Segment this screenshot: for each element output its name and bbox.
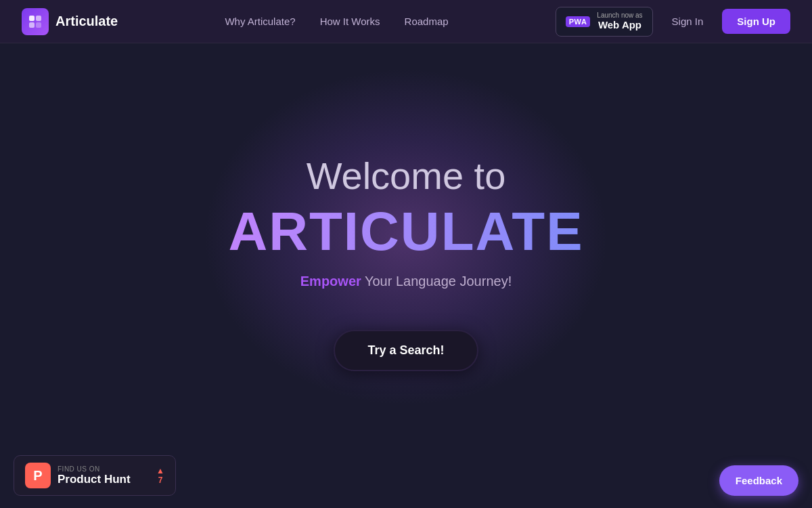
hero-welcome-text: Welcome to xyxy=(307,153,506,198)
try-search-button[interactable]: Try a Search! xyxy=(334,330,478,371)
nav-links: Why Articulate? How It Works Roadmap xyxy=(225,16,448,27)
hero-section: Welcome to ARTICULATE Empower Your Langu… xyxy=(0,43,812,508)
product-hunt-count: 7 xyxy=(158,475,163,485)
signin-button[interactable]: Sign In xyxy=(661,10,715,33)
nav-actions: PWA Launch now as Web App Sign In Sign U… xyxy=(556,7,790,37)
product-hunt-votes: ▲ 7 xyxy=(156,466,164,485)
logo-icon xyxy=(22,8,49,35)
hero-title: ARTICULATE xyxy=(228,202,583,261)
signup-button[interactable]: Sign Up xyxy=(722,9,790,34)
navbar: Articulate Why Articulate? How It Works … xyxy=(0,0,812,43)
product-hunt-icon: P xyxy=(25,463,51,488)
feedback-button[interactable]: Feedback xyxy=(719,465,798,496)
pwa-text: Launch now as Web App xyxy=(597,12,642,31)
hero-subtitle-accent: Empower xyxy=(300,274,361,289)
product-hunt-arrow: ▲ xyxy=(156,466,164,475)
hero-subtitle: Empower Your Language Journey! xyxy=(300,274,512,289)
hero-subtitle-rest: Your Language Journey! xyxy=(361,274,512,289)
pwa-badge: PWA xyxy=(566,16,591,27)
product-hunt-badge[interactable]: P FIND US ON Product Hunt ▲ 7 xyxy=(14,455,176,496)
pwa-app-title: Web App xyxy=(597,19,642,31)
svg-rect-0 xyxy=(29,16,35,21)
svg-rect-1 xyxy=(36,16,41,21)
svg-rect-2 xyxy=(29,22,35,28)
nav-link-how[interactable]: How It Works xyxy=(320,16,380,27)
pwa-button[interactable]: PWA Launch now as Web App xyxy=(556,7,653,37)
product-hunt-find-label: FIND US ON xyxy=(58,465,150,473)
nav-link-roadmap[interactable]: Roadmap xyxy=(405,16,449,27)
svg-rect-3 xyxy=(36,22,41,28)
brand-name: Articulate xyxy=(55,14,118,29)
nav-link-why[interactable]: Why Articulate? xyxy=(225,16,295,27)
nav-brand: Articulate xyxy=(22,8,118,35)
pwa-launch-label: Launch now as xyxy=(597,12,642,19)
product-hunt-text: FIND US ON Product Hunt xyxy=(58,465,150,486)
product-hunt-name: Product Hunt xyxy=(58,473,150,486)
